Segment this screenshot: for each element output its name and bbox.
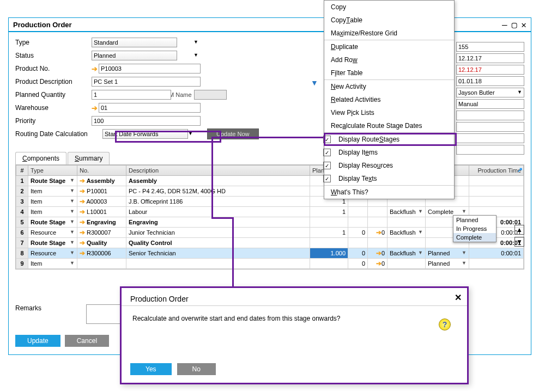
status-option-inprogress[interactable]: In Progress [453,224,496,233]
status-label: Status [15,52,92,59]
connector [211,137,213,218]
priority-label: Priority [15,117,92,125]
status-option-planned[interactable]: Planned [453,216,496,224]
type-label: Type [15,39,92,46]
cancel-button[interactable]: Cancel [65,335,109,347]
status-select[interactable] [92,51,177,60]
right-panel [453,42,524,156]
connector [232,217,234,287]
date1-input[interactable] [456,53,524,63]
planned-qty-label: Planned Quantity [15,91,92,99]
ctx-copy-table[interactable]: Copy Table [324,14,454,27]
minimize-icon[interactable]: — [502,20,507,30]
ctx-display-texts[interactable]: ✓Display Texts [324,172,454,185]
blank-input-1[interactable] [456,111,524,120]
ctx-display-stages[interactable]: ✓Display Route Stages [324,132,454,146]
tab-summary[interactable]: Summary [68,152,110,164]
date2-input[interactable] [456,65,524,75]
product-no-input[interactable] [99,64,201,74]
col-num[interactable]: # [16,166,28,176]
col-prodtime[interactable]: Production Time [469,166,524,176]
doc-number-input[interactable] [456,42,524,52]
product-desc-label: Product Description [15,78,92,85]
move-down-button[interactable]: ▼ [514,237,524,247]
routing-select[interactable] [102,129,188,139]
table-row[interactable]: 8Resource▼➔ R300006Senior Technician1.00… [16,248,524,259]
routing-label: Routing Date Calculation [15,130,102,138]
expand-grid-icon[interactable]: ↗ [517,166,523,174]
product-no-label: Product No. [15,65,92,72]
dialog-title: Production Order [122,288,467,306]
dialog-close-icon[interactable]: ✕ [455,292,462,303]
type-select[interactable] [92,38,177,47]
warehouse-input[interactable] [99,103,201,113]
window-title: Production Order [13,21,72,29]
ctx-maximize[interactable]: Maximize/Restore Grid [324,27,454,40]
ctx-add-row[interactable]: Add Row [324,53,454,66]
link-arrow-icon[interactable]: ➔ [92,104,98,112]
ctx-recalculate[interactable]: Recalculate Route Stage Dates [324,119,454,132]
status-option-complete[interactable]: Complete [453,233,496,242]
filter-icon: ▼ [311,78,318,87]
warehouse-label: Warehouse [15,104,92,112]
ctx-filter[interactable]: Filter Table [324,66,454,79]
employee-select[interactable] [456,88,524,97]
product-desc-input[interactable] [92,77,201,87]
maximize-icon[interactable]: ▢ [512,20,517,30]
blank-input-2[interactable] [456,122,524,132]
dialog-no-button[interactable]: No [177,363,216,375]
table-row[interactable]: 5Route Stage▼➔ EngravingEngraving0:00:01 [16,217,524,228]
connector [213,137,324,138]
move-up-button[interactable]: ▲ [514,225,524,235]
connector [211,217,233,219]
col-no[interactable]: No. [77,166,126,176]
ctx-copy[interactable]: Copy [324,1,454,14]
dialog-message: Recalculate and overwrite start and end … [122,306,467,331]
planned-qty-input[interactable] [92,90,171,100]
tab-components[interactable]: Components [15,152,66,164]
priority-input[interactable] [92,116,201,126]
ctx-duplicate[interactable]: Duplicate [324,40,454,53]
window-controls: — ▢ ✕ [502,20,526,30]
blank-input-3[interactable] [456,133,524,143]
update-button[interactable]: Update [15,335,60,347]
uom-input [194,90,227,100]
blank-input-4[interactable] [456,145,524,155]
table-row[interactable]: 7Route Stage▼➔ QualityQuality Control0:0… [16,238,524,248]
date3-input[interactable] [456,76,524,86]
ctx-whats-this[interactable]: What's This? [324,185,454,199]
dialog-yes-button[interactable]: Yes [130,363,172,375]
table-row[interactable]: 9Item▼0➔0Planned▼ [16,259,524,269]
ctx-new-activity[interactable]: New Activity [324,79,454,93]
context-menu: Copy Copy Table Maximize/Restore Grid Du… [324,0,455,199]
col-type[interactable]: Type [28,166,77,176]
question-icon: ? [439,318,451,330]
origin-input[interactable] [456,99,524,109]
confirm-dialog: Production Order ✕ Recalculate and overw… [120,286,469,384]
ctx-pick-lists[interactable]: View Pick Lists [324,106,454,119]
ctx-display-items[interactable]: ✓Display Items [324,146,454,159]
remarks-label: Remarks [15,304,86,312]
link-arrow-icon[interactable]: ➔ [92,65,98,73]
ctx-display-resources[interactable]: ✓Display Resources [324,159,454,172]
ctx-related-activities[interactable]: Related Activities [324,93,454,106]
close-icon[interactable]: ✕ [521,20,526,30]
table-row[interactable]: 6Resource▼➔ R300007Junior Technician10➔0… [16,228,524,238]
col-desc[interactable]: Description [126,166,310,176]
status-dropdown[interactable]: Planned In Progress Complete [453,215,496,242]
table-row[interactable]: 4Item▼➔ L10001Labour1Backflush▼Complete▼ [16,207,524,217]
